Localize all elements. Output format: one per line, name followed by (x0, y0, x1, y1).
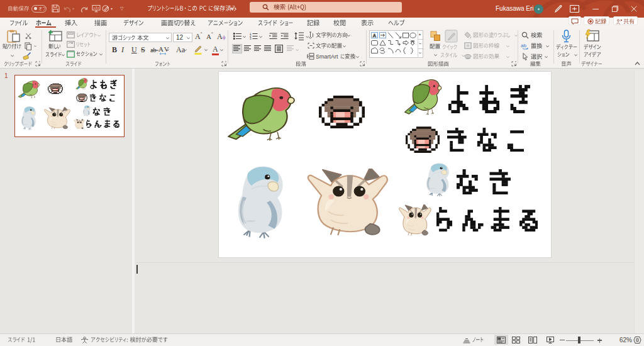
svg-text:3: 3 (250, 37, 252, 40)
svg-text:A: A (373, 33, 376, 38)
svg-text:OMWT: OMWT (24, 124, 27, 125)
svg-text:OMWT: OMWT (247, 220, 256, 223)
svg-text:ab: ab (521, 43, 526, 48)
svg-text:OMWT: OMWT (431, 188, 436, 189)
